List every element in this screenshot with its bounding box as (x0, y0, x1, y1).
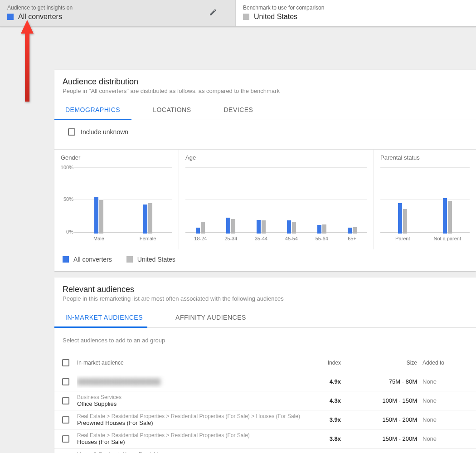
tab-affinity[interactable]: AFFINITY AUDIENCES (173, 314, 249, 327)
audience-selector-label: Audience to get insights on (7, 5, 228, 11)
bar-series-b (262, 220, 266, 234)
include-unknown-checkbox[interactable] (68, 128, 75, 136)
distribution-subtitle: People in "All converters" are distribut… (63, 88, 468, 94)
audience-name: ████████████████████ (77, 378, 300, 385)
table-row[interactable]: Business ServicesOffice Supplies4.3x100M… (54, 391, 476, 410)
audience-size: 100M - 150M (345, 397, 423, 404)
audience-breadcrumb: Real Estate > Residential Properties > R… (77, 432, 300, 438)
row-checkbox[interactable] (62, 435, 69, 443)
audience-name: Preowned Houses (For Sale) (77, 419, 300, 426)
table-row[interactable]: Real Estate > Residential Properties > R… (54, 429, 476, 448)
edit-icon[interactable] (209, 8, 217, 18)
tab-in-market[interactable]: IN-MARKET AUDIENCES (63, 314, 146, 327)
audiences-helper-text: Select audiences to add to an ad group (54, 328, 476, 353)
col-size: Size (345, 360, 423, 366)
bar-series-a (94, 197, 98, 234)
bar-series-b (231, 219, 235, 234)
row-checkbox[interactable] (62, 416, 69, 424)
bar-series-a (287, 220, 291, 234)
bar-group: 35-44 (257, 220, 266, 234)
bar-series-a (257, 220, 261, 234)
bar-series-a (348, 228, 352, 234)
audiences-table-head: In-market audience Index Size Added to (54, 353, 476, 372)
audience-size: 150M - 200M (345, 416, 423, 423)
audiences-table-body: ████████████████████4.9x75M - 80MNoneBus… (54, 372, 476, 453)
tab-demographics[interactable]: DEMOGRAPHICS (63, 106, 123, 120)
audience-added-to: None (423, 378, 468, 385)
audience-added-to: None (423, 397, 468, 404)
bar-series-b (148, 203, 152, 234)
bar-category-label: Parent (395, 236, 410, 241)
bar-category-label: 55-64 (316, 236, 328, 241)
bar-series-b (201, 222, 205, 234)
tab-locations[interactable]: LOCATIONS (150, 106, 194, 120)
benchmark-selector-value: United States (254, 13, 297, 21)
audiences-card: Relevant audiences People in this remark… (54, 278, 476, 453)
bar-group: 25-34 (226, 218, 235, 234)
benchmark-selector[interactable]: Benchmark to use for comparison United S… (236, 0, 471, 26)
audience-size: 150M - 200M (345, 435, 423, 442)
tab-devices[interactable]: DEVICES (221, 106, 256, 120)
bar-group: 18-24 (196, 222, 205, 234)
col-index: Index (300, 360, 345, 366)
bar-series-a (143, 205, 147, 234)
audience-selector-value: All converters (18, 13, 62, 21)
age-chart-title: Age (185, 154, 367, 161)
row-checkbox[interactable] (62, 397, 69, 404)
bar-group: 55-64 (317, 224, 326, 234)
audience-size: 75M - 80M (345, 378, 423, 385)
bar-group: Parent (398, 203, 407, 234)
bar-series-b (403, 209, 407, 234)
bar-group: Male (94, 197, 103, 234)
audiences-tabs: IN-MARKET AUDIENCES AFFINITY AUDIENCES (54, 314, 476, 328)
table-row[interactable]: ████████████████████4.9x75M - 80MNone (54, 372, 476, 391)
audience-breadcrumb: Home & Garden > Home Furnishings (77, 451, 300, 453)
bar-category-label: 65+ (348, 236, 356, 241)
audience-name: Houses (For Sale) (77, 438, 300, 445)
bar-series-a (317, 225, 321, 234)
bar-series-a (226, 218, 230, 234)
bar-group: 65+ (348, 227, 357, 234)
distribution-card: Audience distribution People in "All con… (54, 70, 476, 271)
bar-series-a (196, 228, 200, 234)
tab-underline (54, 326, 147, 328)
select-all-checkbox[interactable] (62, 359, 69, 366)
bar-series-b (99, 200, 103, 234)
include-unknown-label: Include unknown (81, 128, 128, 136)
bar-category-label: Female (140, 236, 156, 241)
header-bar: Audience to get insights on All converte… (0, 0, 476, 27)
audience-added-to: None (423, 435, 468, 442)
legend-label-b: United States (137, 256, 175, 263)
parental-chart-title: Parental status (380, 154, 470, 161)
bar-group: 45-54 (287, 220, 296, 234)
legend-swatch-b (126, 256, 133, 263)
benchmark-selector-label: Benchmark to use for comparison (243, 5, 464, 11)
charts-row: Gender 100% 50% 0% MaleFemale Age 18-242… (54, 150, 476, 249)
audiences-subtitle: People in this remarketing list are most… (63, 295, 468, 302)
audience-added-to: None (423, 416, 468, 423)
bar-series-b (322, 224, 326, 234)
audience-selector[interactable]: Audience to get insights on All converte… (0, 0, 236, 26)
bar-series-b (448, 201, 452, 234)
audience-breadcrumb: Business Services (77, 394, 300, 400)
bar-category-label: 25-34 (224, 236, 237, 241)
audience-index: 4.3x (300, 397, 345, 404)
gender-chart-title: Gender (61, 154, 172, 161)
bar-category-label: 45-54 (285, 236, 298, 241)
table-row[interactable]: Home & Garden > Home FurnishingsLiving R… (54, 448, 476, 453)
legend-label-a: All converters (73, 256, 112, 263)
benchmark-swatch (243, 14, 249, 20)
table-row[interactable]: Real Estate > Residential Properties > R… (54, 410, 476, 429)
bar-category-label: 18-24 (194, 236, 207, 241)
audience-breadcrumb: Real Estate > Residential Properties > R… (77, 413, 300, 419)
bar-group: Female (143, 203, 152, 234)
audiences-title: Relevant audiences (63, 285, 468, 294)
distribution-title: Audience distribution (63, 77, 468, 87)
audience-index: 4.9x (300, 378, 345, 385)
col-added: Added to (423, 360, 468, 366)
chart-legend: All converters United States (54, 249, 476, 271)
row-checkbox[interactable] (62, 378, 69, 385)
bar-series-a (443, 198, 447, 234)
tab-underline (54, 119, 131, 120)
y-axis-label: 50% (59, 196, 73, 202)
